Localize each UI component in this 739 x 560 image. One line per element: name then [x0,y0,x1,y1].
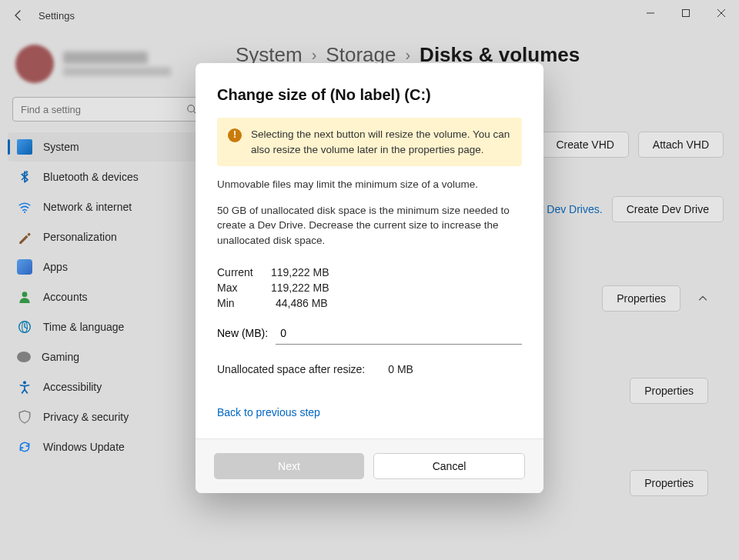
arrow-left-icon [12,9,25,22]
sidebar-item-bluetooth[interactable]: Bluetooth & devices [8,162,208,192]
min-label: Min [217,297,265,309]
warning-icon: ! [228,128,242,142]
sidebar-item-label: Accessibility [43,381,102,393]
sidebar-item-apps[interactable]: Apps [8,252,208,282]
sidebar-item-label: Bluetooth & devices [43,171,139,183]
personalization-icon [17,229,32,245]
system-icon [17,139,32,155]
properties-button[interactable]: Properties [630,378,708,404]
sidebar-item-personalization[interactable]: Personalization [8,222,208,252]
bluetooth-icon [17,169,32,185]
svg-point-3 [22,292,28,297]
window-title: Settings [38,10,75,22]
unallocated-row: Unallocated space after resize: 0 MB [217,363,522,375]
sidebar-item-gaming[interactable]: Gaming [8,342,208,372]
attach-vhd-button[interactable]: Attach VHD [638,132,724,158]
sidebar-item-label: Apps [43,261,68,273]
sidebar-item-time[interactable]: Time & language [8,312,208,342]
volume-row[interactable]: Properties [231,555,724,560]
cancel-button[interactable]: Cancel [373,453,525,479]
unmovable-text: Unmovable files may limit the minimum si… [217,177,522,192]
svg-point-6 [23,381,26,384]
titlebar: Settings [0,0,739,31]
update-icon [17,439,32,455]
sidebar-item-label: Windows Update [43,441,125,453]
properties-button[interactable]: Properties [630,470,708,496]
sidebar-item-label: Privacy & security [43,411,129,423]
accounts-icon [17,289,32,305]
new-size-label: New (MB): [217,327,268,339]
close-icon [717,8,726,18]
max-value: 119,222 MB [271,282,329,294]
chevron-right-icon: › [312,46,317,64]
back-button[interactable] [6,3,31,28]
new-size-input[interactable] [276,322,522,345]
sidebar-item-accounts[interactable]: Accounts [8,282,208,312]
unallocated-value: 0 MB [388,363,413,375]
dev-drives-link[interactable]: ut Dev Drives. [535,203,603,215]
sidebar: System Bluetooth & devices Network & int… [0,31,216,560]
gaming-icon [17,352,31,362]
accessibility-icon [17,379,32,395]
sidebar-item-update[interactable]: Windows Update [8,432,208,462]
avatar [15,45,54,83]
minimize-icon [646,8,655,18]
search-box[interactable] [12,97,203,122]
profile-header[interactable] [8,38,208,97]
current-value: 119,222 MB [271,266,329,278]
time-icon [17,319,32,335]
dialog-title: Change size of (No label) (C:) [217,86,522,104]
minimize-button[interactable] [633,0,668,26]
current-label: Current [217,266,265,278]
chevron-up-icon [697,293,708,304]
profile-email [63,67,171,76]
profile-name [63,52,148,64]
maximize-icon [681,8,691,18]
maximize-button[interactable] [668,0,704,26]
svg-point-1 [188,105,195,112]
sidebar-item-privacy[interactable]: Privacy & security [8,402,208,432]
new-size-row: New (MB): [217,322,522,345]
create-vhd-button[interactable]: Create VHD [541,132,628,158]
sidebar-item-label: Gaming [42,351,79,363]
devdrive-text: 50 GB of unallocated disk space is the m… [217,203,522,248]
resize-dialog: Change size of (No label) (C:) ! Selecti… [196,63,543,493]
info-bar: ! Selecting the next button will resize … [217,118,522,166]
size-table: Current119,222 MB Max119,222 MB Min44,48… [217,263,522,312]
sidebar-item-network[interactable]: Network & internet [8,192,208,222]
search-input[interactable] [12,97,203,122]
unallocated-label: Unallocated space after resize: [217,363,365,375]
chevron-right-icon: › [405,46,410,64]
back-link[interactable]: Back to previous step [217,375,522,418]
create-dev-drive-button[interactable]: Create Dev Drive [612,196,724,222]
max-label: Max [217,282,265,294]
min-value: 44,486 MB [276,297,328,309]
svg-rect-0 [683,10,690,17]
privacy-icon [17,409,32,425]
sidebar-item-accessibility[interactable]: Accessibility [8,372,208,402]
sidebar-item-system[interactable]: System [8,132,208,162]
sidebar-item-label: Time & language [43,321,124,333]
next-button: Next [214,453,364,479]
profile-text [63,52,171,76]
sidebar-item-label: Accounts [43,291,88,303]
close-button[interactable] [704,0,739,26]
properties-button[interactable]: Properties [602,285,680,312]
sidebar-item-label: Network & internet [43,201,132,213]
info-text: Selecting the next button will resize th… [251,127,511,157]
network-icon [17,199,32,215]
svg-point-2 [24,212,25,213]
apps-icon [17,259,32,275]
sidebar-item-label: Personalization [43,231,117,243]
dialog-footer: Next Cancel [196,438,543,493]
window-controls [633,0,739,26]
sidebar-item-label: System [43,141,79,153]
nav-list: System Bluetooth & devices Network & int… [8,132,208,462]
